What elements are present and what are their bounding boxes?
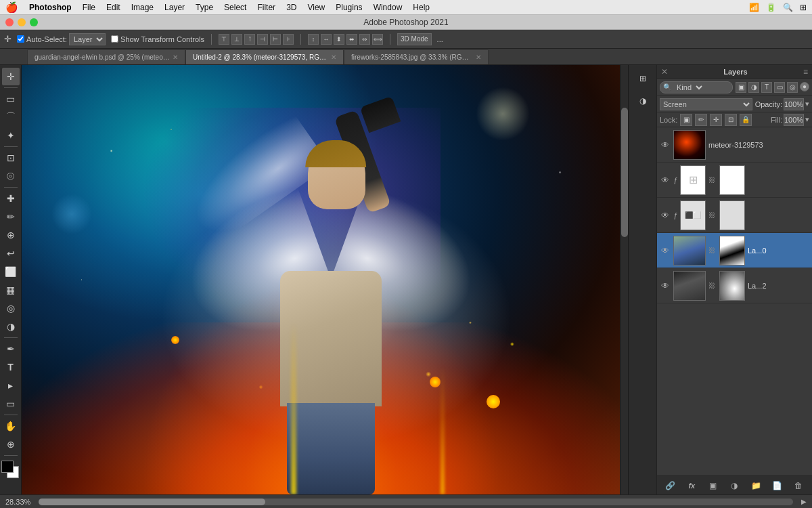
dodge-tool[interactable]: ◑ — [2, 318, 20, 335]
menu-select[interactable]: Select — [224, 3, 246, 12]
pen-tool[interactable]: ✒ — [2, 340, 20, 358]
adjustment-button[interactable]: ◑ — [727, 478, 742, 493]
dist-top[interactable]: ↕ — [308, 34, 319, 45]
dist-bottom[interactable]: ⬍ — [334, 34, 344, 45]
text-tool[interactable]: T — [2, 358, 20, 376]
layer-row-4[interactable]: 👁 ⛓ La...0 — [657, 233, 812, 268]
canvas-scrollbar-vertical[interactable] — [620, 65, 628, 494]
foreground-color[interactable] — [1, 461, 14, 473]
more-options-icon[interactable]: ... — [437, 35, 443, 43]
align-hcenter[interactable]: ⊢ — [270, 34, 281, 45]
opacity-input[interactable] — [784, 98, 804, 110]
visibility-icon-2[interactable]: 👁 — [660, 175, 671, 186]
tab-1[interactable]: Untitled-2 @ 28.3% (meteor-3129573, RGB/… — [185, 49, 344, 64]
layer-row-1[interactable]: 👁 meteor-3129573 — [657, 127, 812, 163]
panel-icon-2[interactable]: ◑ — [632, 90, 654, 112]
menu-file[interactable]: File — [83, 3, 95, 12]
close-button[interactable] — [5, 18, 14, 26]
layer-effects-button[interactable]: fx — [684, 478, 699, 493]
tab-close-1[interactable]: ✕ — [331, 54, 336, 61]
shape-tool[interactable]: ▭ — [2, 395, 20, 412]
quick-select-tool[interactable]: ✦ — [2, 127, 20, 144]
tab-0[interactable]: guardian-angel-elwin b.psd @ 25% (meteor… — [27, 49, 185, 64]
new-layer-button[interactable]: 📄 — [770, 478, 785, 493]
brush-tool[interactable]: ✏ — [2, 208, 20, 226]
gradient-tool[interactable]: ▦ — [2, 281, 20, 299]
show-transform-checkbox[interactable] — [111, 35, 118, 43]
lock-image-pixels[interactable]: ✏ — [695, 114, 707, 126]
fill-dropdown-icon[interactable]: ▾ — [805, 115, 809, 124]
fill-input[interactable] — [784, 114, 804, 126]
group-button[interactable]: 📁 — [748, 478, 763, 493]
filter-adjustment-icon[interactable]: ◑ — [748, 82, 759, 93]
menu-layer[interactable]: Layer — [164, 3, 185, 12]
filter-type-icons[interactable]: ▣ ◑ T ▭ ◎ ● — [736, 82, 809, 93]
crop-tool[interactable]: ⊡ — [2, 149, 20, 167]
align-bottom[interactable]: ⊺ — [244, 34, 255, 45]
tab-close-0[interactable]: ✕ — [173, 54, 178, 61]
color-pair[interactable] — [1, 461, 20, 480]
add-mask-button[interactable]: ▣ — [706, 478, 721, 493]
lock-position[interactable]: ✛ — [710, 114, 722, 126]
filter-search-box[interactable]: 🔍 Kind — [660, 81, 733, 93]
menu-image[interactable]: Image — [131, 3, 154, 12]
auto-select-checkbox[interactable] — [17, 35, 24, 43]
tab-close-2[interactable]: ✕ — [476, 54, 481, 61]
menu-3d[interactable]: 3D — [286, 3, 296, 12]
filter-shape-icon[interactable]: ▭ — [774, 82, 785, 93]
scroll-right-arrow[interactable]: ▶ — [801, 498, 807, 505]
lasso-tool[interactable]: ⌒ — [2, 108, 20, 126]
layers-list[interactable]: 👁 meteor-3129573 👁 ƒ ⊞ ⛓ 👁 — [657, 127, 812, 475]
canvas-area[interactable] — [22, 65, 620, 494]
history-brush-tool[interactable]: ↩ — [2, 245, 20, 262]
menu-plugins[interactable]: Plugins — [336, 3, 362, 12]
dist-vcenter[interactable]: ↔ — [321, 34, 332, 45]
visibility-icon-4[interactable]: 👁 — [660, 245, 671, 256]
layer-row-5[interactable]: 👁 ⛓ La...2 — [657, 268, 812, 303]
hand-tool[interactable]: ✋ — [2, 417, 20, 435]
dist-left[interactable]: ⬌ — [346, 34, 357, 45]
horizontal-scrollbar[interactable] — [39, 499, 793, 505]
menu-help[interactable]: Help — [413, 3, 430, 12]
healing-brush-tool[interactable]: ✚ — [2, 190, 20, 207]
distribute-buttons[interactable]: ↕ ↔ ⬍ ⬌ ⇔ ⟺ — [308, 34, 383, 45]
link-layers-button[interactable]: 🔗 — [663, 478, 678, 493]
blur-tool[interactable]: ◎ — [2, 299, 20, 317]
filter-enable-icon[interactable]: ● — [800, 82, 809, 91]
blend-mode-dropdown[interactable]: Screen — [660, 98, 752, 110]
panel-icon-1[interactable]: ⊞ — [632, 68, 654, 89]
zoom-tool[interactable]: ⊕ — [2, 436, 20, 453]
layer-row-3[interactable]: 👁 ƒ ⬛⬜ ⛓ — [657, 198, 812, 233]
visibility-icon-3[interactable]: 👁 — [660, 210, 671, 221]
menu-window[interactable]: Window — [374, 3, 403, 12]
align-right[interactable]: ⊦ — [283, 34, 294, 45]
menu-edit[interactable]: Edit — [106, 3, 120, 12]
move-tool[interactable]: ✛ — [2, 68, 20, 85]
menu-filter[interactable]: Filter — [257, 3, 275, 12]
auto-select-dropdown[interactable]: Layer — [69, 33, 106, 45]
menu-type[interactable]: Type — [196, 3, 213, 12]
marquee-tool[interactable]: ▭ — [2, 90, 20, 108]
clone-stamp-tool[interactable]: ⊕ — [2, 226, 20, 244]
3d-mode-button[interactable]: 3D Mode — [397, 33, 432, 45]
scrollbar-thumb-v[interactable] — [621, 108, 628, 236]
lock-artboard[interactable]: ⊡ — [725, 114, 737, 126]
path-selection-tool[interactable]: ▸ — [2, 377, 20, 394]
visibility-icon-1[interactable]: 👁 — [660, 140, 671, 150]
align-top[interactable]: ⊤ — [219, 34, 229, 45]
traffic-lights[interactable] — [5, 18, 38, 26]
align-vcenter[interactable]: ⊥ — [231, 34, 242, 45]
minimize-button[interactable] — [18, 18, 26, 26]
dist-hcenter[interactable]: ⇔ — [359, 34, 370, 45]
align-buttons[interactable]: ⊤ ⊥ ⊺ ⊣ ⊢ ⊦ — [219, 34, 294, 45]
layer-row-2[interactable]: 👁 ƒ ⊞ ⛓ — [657, 163, 812, 198]
eraser-tool[interactable]: ⬜ — [2, 263, 20, 280]
align-left[interactable]: ⊣ — [257, 34, 268, 45]
lock-all[interactable]: 🔒 — [740, 114, 752, 126]
filter-smart-icon[interactable]: ◎ — [787, 82, 798, 93]
menu-view[interactable]: View — [307, 3, 325, 12]
filter-kind-dropdown[interactable]: Kind — [673, 81, 704, 93]
filter-pixel-icon[interactable]: ▣ — [736, 82, 746, 93]
dist-right[interactable]: ⟺ — [372, 34, 383, 45]
apple-icon[interactable]: 🍎 — [5, 1, 18, 14]
